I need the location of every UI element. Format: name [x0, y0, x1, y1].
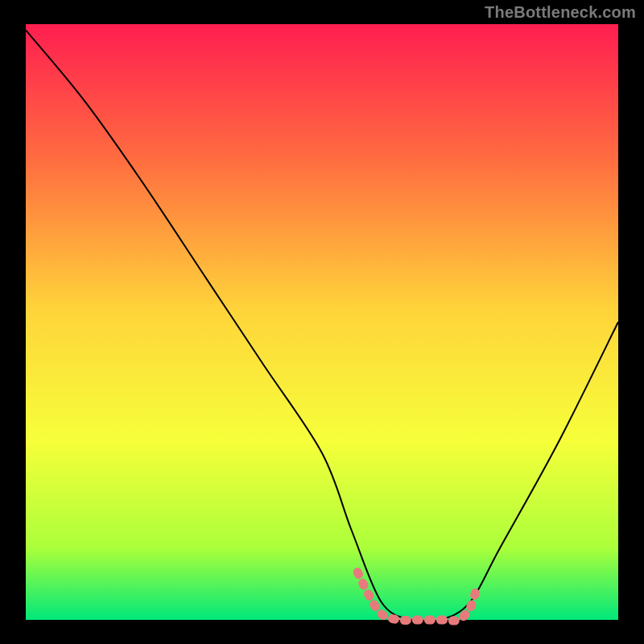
plot-area — [26, 24, 618, 620]
watermark-text: TheBottleneck.com — [485, 3, 636, 22]
bottleneck-chart — [0, 0, 644, 644]
